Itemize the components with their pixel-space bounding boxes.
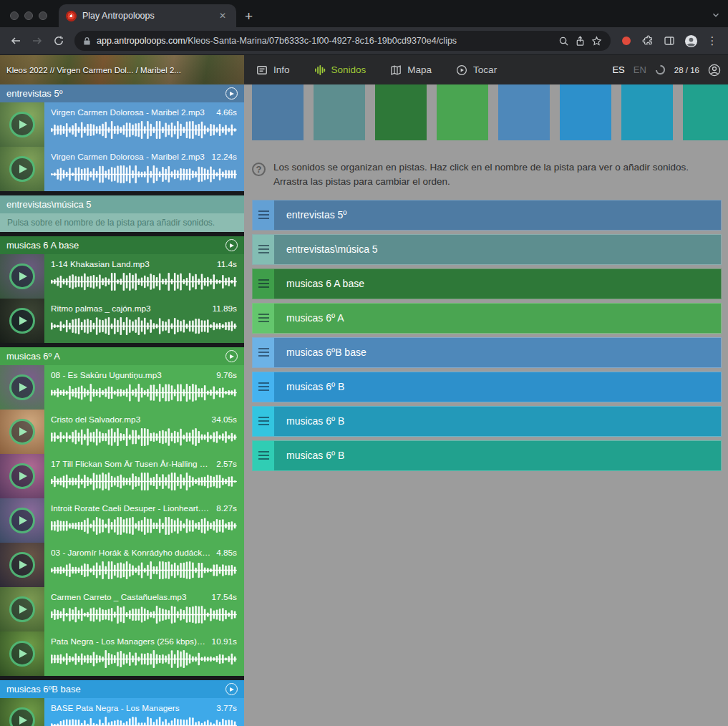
clip-row[interactable]: Carmen Carreto _ Castañuelas.mp317.54s	[0, 587, 244, 631]
play-track-button[interactable]	[225, 87, 238, 100]
track-section-header[interactable]: musicas 6 A base	[0, 236, 244, 254]
recorder-extension-icon[interactable]	[616, 31, 636, 51]
nav-mapa[interactable]: Mapa	[378, 55, 444, 84]
clip-row[interactable]: 08 - Es Sakūru Uguntiņu.mp39.76s	[0, 365, 244, 410]
clip-waveform	[51, 165, 237, 183]
track-row[interactable]: musicas 6ºB base	[252, 337, 722, 368]
track-swatch[interactable]	[621, 84, 673, 140]
clip-row[interactable]: 03 - Jaromír Horák & Konrádyho dudácká .…	[0, 543, 244, 587]
nav-info[interactable]: Info	[244, 55, 302, 84]
help-text: Los sonidos se organizan en pistas. Haz …	[273, 160, 709, 190]
clip-thumbnail	[0, 254, 44, 299]
track-row[interactable]: entrevistas 5º	[252, 200, 722, 231]
side-panel-icon[interactable]	[659, 31, 679, 51]
track-section-name: musicas 6ºB base	[6, 684, 225, 694]
bookmark-star-icon[interactable]	[591, 36, 602, 47]
track-swatch[interactable]	[252, 84, 304, 140]
track-section-header[interactable]: musicas 6º A	[0, 347, 244, 365]
lang-en-button[interactable]: EN	[634, 64, 646, 75]
track-section-header[interactable]: entrevistas\música 5	[0, 195, 244, 213]
browser-window: Play Antropoloops ✕ + app.antropoloops.c…	[0, 0, 728, 726]
tab-search-chevron-icon[interactable]	[711, 10, 721, 20]
drag-handle[interactable]	[253, 304, 274, 333]
breadcrumb: Kleos 2022 // Virgen Carmen Dol... / Mar…	[6, 66, 181, 74]
track-section-header[interactable]: musicas 6ºB base	[0, 680, 244, 698]
clip-name: Pata Negra - Los Managers (256 kbps).mp3	[51, 637, 206, 647]
track-row[interactable]: musicas 6 A base	[252, 268, 722, 299]
drag-handle[interactable]	[253, 441, 274, 470]
browser-tab[interactable]: Play Antropoloops ✕	[59, 4, 236, 27]
clip-thumbnail	[0, 454, 44, 498]
play-track-button[interactable]	[225, 683, 238, 695]
drag-handle[interactable]	[253, 372, 274, 402]
reload-button[interactable]	[49, 31, 69, 51]
clip-row[interactable]: Ritmo palmas _ cajón.mp311.89s	[0, 299, 244, 343]
sidebar: entrevistas 5ºVirgen Carmen Dolorosa - M…	[0, 84, 244, 726]
track-name: musicas 6º B	[274, 407, 344, 436]
track-name: musicas 6ºB base	[274, 338, 367, 367]
track-section-name: musicas 6 A base	[6, 240, 225, 251]
clip-name: 08 - Es Sakūru Uguntiņu.mp3	[51, 370, 210, 380]
back-button[interactable]	[6, 31, 26, 51]
track-section-header[interactable]: entrevistas 5º	[0, 84, 244, 102]
profile-avatar[interactable]	[681, 31, 701, 51]
forward-button[interactable]	[27, 31, 47, 51]
nav-sonidos[interactable]: Sonidos	[302, 55, 379, 84]
track-row[interactable]: musicas 6º A	[252, 303, 722, 334]
clip-row[interactable]: 17 Till Flickan Som Är Tusen År-Halling …	[0, 454, 244, 498]
zoom-icon[interactable]	[558, 36, 569, 47]
track-row[interactable]: entrevistas\música 5	[252, 234, 722, 265]
clip-row[interactable]: Virgen Carmen Dolorosa - Maribel 2.mp312…	[0, 147, 244, 191]
lang-es-button[interactable]: ES	[612, 64, 624, 75]
clip-row[interactable]: Virgen Carmen Dolorosa - Maribel 2.mp34.…	[0, 102, 244, 147]
clip-row[interactable]: Pata Negra - Los Managers (256 kbps).mp3…	[0, 631, 244, 676]
map-icon	[390, 64, 402, 76]
clip-waveform	[51, 384, 237, 402]
track-row[interactable]: musicas 6º B	[252, 406, 722, 437]
nav-label: Info	[273, 64, 290, 75]
track-row[interactable]: musicas 6º B	[252, 440, 722, 471]
share-icon[interactable]	[575, 36, 586, 47]
clip-duration: 10.91s	[212, 637, 237, 647]
track-section-name: entrevistas\música 5	[6, 199, 238, 210]
new-tab-button[interactable]: +	[245, 9, 253, 23]
clip-row[interactable]: Cristo del Salvador.mp334.05s	[0, 410, 244, 454]
menu-kebab-icon[interactable]: ⋮	[702, 31, 722, 51]
drag-handle[interactable]	[253, 235, 274, 264]
drag-handle-icon	[258, 314, 269, 322]
track-swatch[interactable]	[683, 84, 728, 140]
play-track-button[interactable]	[225, 350, 238, 362]
track-swatch[interactable]	[314, 84, 365, 140]
clip-play-overlay-icon	[9, 641, 35, 667]
track-swatch[interactable]	[498, 84, 550, 140]
tab-close-icon[interactable]: ✕	[216, 9, 229, 22]
track-swatch[interactable]	[437, 84, 488, 140]
extensions-puzzle-icon[interactable]	[638, 31, 658, 51]
clip-row[interactable]: BASE Pata Negra - Los Managers3.77s	[0, 698, 244, 726]
drag-handle[interactable]	[253, 338, 274, 367]
nav-tocar[interactable]: Tocar	[444, 55, 509, 84]
zoom-window-button[interactable]	[39, 11, 47, 20]
drag-handle[interactable]	[253, 200, 274, 230]
track-row[interactable]: musicas 6º B	[252, 372, 722, 402]
account-icon[interactable]	[708, 64, 721, 77]
clip-duration: 3.77s	[216, 703, 237, 713]
clip-play-overlay-icon	[9, 508, 35, 533]
clip-thumbnail	[0, 498, 44, 543]
clip-row[interactable]: 1-14 Khakasian Land.mp311.4s	[0, 254, 244, 299]
clip-duration: 4.85s	[216, 548, 237, 558]
address-bar[interactable]: app.antropoloops.com/Kleos-Santa-Marina/…	[74, 31, 611, 51]
track-swatch[interactable]	[375, 84, 427, 140]
drag-handle[interactable]	[253, 407, 274, 436]
clips-counter: 28 / 16	[674, 66, 699, 74]
clip-row[interactable]: Introit Rorate Caeli Desuper - Lionheart…	[0, 498, 244, 543]
main-panel: ? Los sonidos se organizan en pistas. Ha…	[244, 84, 728, 726]
clip-body: 03 - Jaromír Horák & Konrádyho dudácká .…	[44, 543, 244, 587]
play-track-button[interactable]	[225, 239, 238, 251]
info-icon	[256, 64, 268, 76]
close-window-button[interactable]	[10, 11, 19, 20]
minimize-window-button[interactable]	[24, 11, 33, 20]
drag-handle[interactable]	[253, 269, 274, 299]
clip-body: BASE Pata Negra - Los Managers3.77s	[44, 698, 244, 726]
track-swatch[interactable]	[560, 84, 611, 140]
